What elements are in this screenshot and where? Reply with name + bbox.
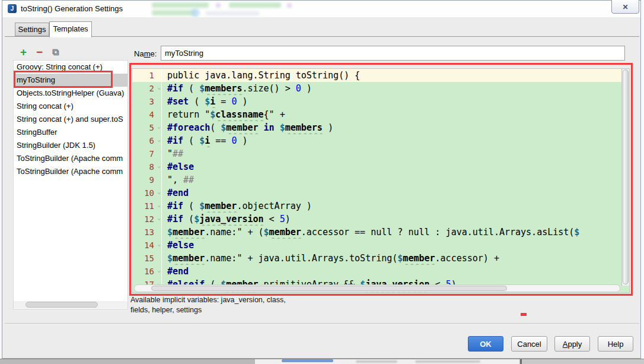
remove-template-icon[interactable]: −	[36, 46, 43, 59]
code-line[interactable]: 5⌄#foreach( $member in $members )	[132, 121, 629, 134]
code-line[interactable]: 15$member.name:" + java.util.Arrays.toSt…	[132, 252, 629, 265]
code-text: #if ($java_version < 5)	[162, 213, 291, 226]
scrollbar-thumb[interactable]	[623, 69, 629, 284]
code-line[interactable]: 2⌄#if ( $members.size() > 0 )	[132, 82, 629, 95]
templates-list[interactable]: Groovy: String concat (+)myToStringObjec…	[13, 60, 128, 309]
code-line[interactable]: 8⌄#else	[132, 160, 629, 173]
code-text: #if ( $member.objectArray )	[162, 200, 312, 213]
line-number: 5⌄	[132, 121, 162, 134]
code-text: ", ##	[162, 173, 194, 186]
code-line[interactable]: 10⌄#end	[132, 186, 629, 200]
line-number: 10⌄	[132, 186, 162, 200]
editor-vscrollbar[interactable]	[621, 69, 629, 286]
line-number: 7	[132, 147, 162, 160]
tab-settings[interactable]: Settings	[15, 23, 49, 36]
tab-templates[interactable]: Templates	[49, 21, 92, 37]
line-number: 8⌄	[132, 160, 162, 173]
code-text: #if ( $i == 0 )	[162, 134, 247, 147]
line-number: 12⌄	[132, 213, 162, 226]
code-line[interactable]: 4return "$classname{" +	[132, 108, 629, 121]
ok-button[interactable]: OK	[468, 336, 503, 352]
code-line[interactable]: 6⌄#if ( $i == 0 )	[132, 134, 629, 147]
line-number: 1	[132, 69, 162, 82]
dialog-titlebar[interactable]: J toString() Generation Settings	[2, 1, 640, 17]
background-blob	[356, 360, 397, 363]
code-line[interactable]: 12⌄#if ($java_version < 5)	[132, 213, 629, 226]
list-item[interactable]: ToStringBuilder (Apache comm	[14, 152, 127, 165]
fold-marker-icon[interactable]: ⌄	[158, 120, 161, 133]
code-line[interactable]: 7"##	[132, 147, 629, 160]
list-item[interactable]: String concat (+) and super.toS	[14, 113, 127, 126]
list-item[interactable]: Objects.toStringHelper (Guava)	[14, 87, 127, 100]
code-text: #else	[162, 160, 194, 173]
code-text: #if ( $members.size() > 0 )	[162, 82, 312, 95]
code-text: #end	[162, 186, 189, 200]
line-number: 13	[132, 226, 162, 239]
list-item[interactable]: String concat (+)	[14, 100, 127, 113]
code-text: public java.lang.String toString() {	[162, 69, 360, 82]
scrollbar-thumb[interactable]	[25, 302, 98, 308]
code-line[interactable]: 16⌄#end	[132, 265, 629, 278]
footer-separator	[5, 323, 639, 324]
fold-marker-icon[interactable]: ⌄	[158, 185, 161, 198]
background-panel	[522, 359, 644, 364]
fold-marker-icon[interactable]: ⌄	[158, 198, 161, 211]
tab-separator	[5, 36, 639, 37]
template-name-input[interactable]	[161, 46, 625, 61]
fold-marker-icon[interactable]: ⌄	[158, 159, 161, 172]
code-text: "##	[162, 147, 183, 160]
app-icon: J	[8, 4, 17, 13]
editor-lines: 1public java.lang.String toString() {2⌄#…	[132, 69, 629, 291]
list-item[interactable]: Groovy: String concat (+)	[14, 61, 127, 74]
line-number: 3	[132, 95, 162, 108]
fold-marker-icon[interactable]: ⌄	[158, 81, 161, 94]
name-label: Name:	[134, 49, 157, 58]
implicit-variables-hint: fields, helper, settings	[130, 306, 202, 314]
code-text: return "$classname{" +	[162, 108, 285, 121]
list-item[interactable]: ToStringBuilder (Apache comm	[14, 165, 127, 178]
help-button[interactable]: Help	[598, 336, 633, 352]
line-number: 11⌄	[132, 200, 162, 213]
line-number: 16⌄	[132, 265, 162, 278]
apply-button[interactable]: Apply	[554, 336, 590, 352]
code-text: #end	[162, 265, 189, 278]
code-line[interactable]: 1public java.lang.String toString() {	[132, 69, 629, 82]
line-number: 15	[132, 252, 162, 265]
background-blob	[415, 360, 480, 363]
implicit-variables-hint: Available implicit variables: java_versi…	[130, 296, 286, 304]
list-item[interactable]: StringBuffer	[14, 126, 127, 139]
code-line[interactable]: 14⌄#else	[132, 239, 629, 252]
window-title: toString() Generation Settings	[21, 4, 123, 13]
editor-hscrollbar[interactable]	[134, 284, 620, 292]
close-button[interactable]: ✕	[611, 0, 639, 14]
fold-marker-icon[interactable]: ⌄	[158, 133, 161, 146]
code-line[interactable]: 11⌄#if ( $member.objectArray )	[132, 200, 629, 213]
code-text: $member.name:" + ($member.accessor == nu…	[162, 226, 579, 239]
screen: J toString() Generation Settings ✕ Setti…	[0, 0, 644, 364]
cancel-button[interactable]: Cancel	[511, 336, 547, 352]
code-text: #foreach( $member in $members )	[162, 121, 333, 134]
line-number: 2⌄	[132, 82, 162, 95]
scrollbar-thumb[interactable]	[151, 286, 507, 291]
code-line[interactable]: 9", ##	[132, 173, 629, 186]
code-text: #set ( $i = 0 )	[162, 95, 247, 108]
fold-marker-icon[interactable]: ⌄	[158, 264, 161, 277]
tostring-generation-settings-dialog: J toString() Generation Settings ✕ Setti…	[2, 0, 641, 359]
code-text: $member.name:" + java.util.Arrays.toStri…	[162, 252, 499, 265]
template-editor[interactable]: 1public java.lang.String toString() {2⌄#…	[132, 68, 630, 293]
list-item[interactable]: StringBuilder (JDK 1.5)	[14, 139, 127, 152]
line-number: 14⌄	[132, 239, 162, 252]
copy-template-icon[interactable]: ⧉	[52, 47, 59, 58]
line-number: 9	[132, 173, 162, 186]
add-template-icon[interactable]: +	[20, 46, 27, 59]
list-item[interactable]: myToString	[14, 74, 127, 87]
background-progressbar	[282, 359, 333, 362]
fold-marker-icon[interactable]: ⌄	[158, 211, 161, 224]
line-number: 4	[132, 108, 162, 121]
code-line[interactable]: 3#set ( $i = 0 )	[132, 95, 629, 108]
code-line[interactable]: 13$member.name:" + ($member.accessor == …	[132, 226, 629, 239]
annotation-red-dash	[521, 313, 527, 316]
fold-marker-icon[interactable]: ⌄	[158, 238, 161, 251]
code-text: #else	[162, 239, 194, 252]
templates-list-hscrollbar[interactable]	[14, 301, 127, 308]
